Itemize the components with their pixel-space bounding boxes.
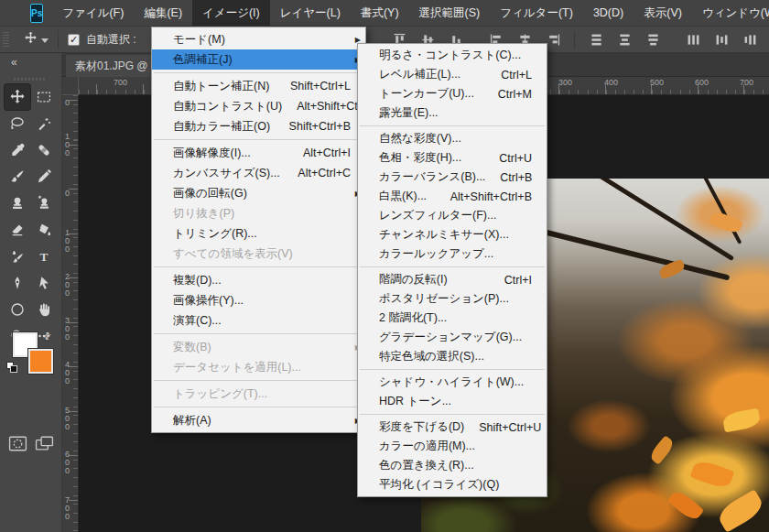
tool-pen[interactable] bbox=[5, 270, 30, 296]
menu-separator bbox=[360, 369, 545, 370]
menu-item[interactable]: 画像の回転(G)▶ bbox=[152, 183, 365, 203]
tool-brush[interactable] bbox=[5, 164, 30, 190]
branch-shape bbox=[525, 179, 734, 262]
menu-item[interactable]: モード(M)▶ bbox=[152, 29, 365, 49]
tool-eyedropper[interactable] bbox=[5, 137, 30, 163]
distribute-right-icon[interactable] bbox=[740, 31, 760, 49]
tool-paint-bucket[interactable] bbox=[31, 217, 57, 243]
menu-item[interactable]: 特定色域の選択(S)... bbox=[358, 347, 547, 366]
image-menu: モード(M)▶色調補正(J)▶自動トーン補正(N)Shift+Ctrl+L自動コ… bbox=[151, 27, 366, 433]
menu-item[interactable]: 明るさ・コントラスト(C)... bbox=[358, 46, 547, 65]
menu-item[interactable]: 色調補正(J)▶ bbox=[152, 49, 365, 70]
menu-item[interactable]: シャドウ・ハイライト(W)... bbox=[358, 373, 547, 392]
menu-item[interactable]: 白黒(K)...Alt+Shift+Ctrl+B bbox=[358, 187, 547, 206]
chevron-down-icon[interactable] bbox=[41, 38, 49, 43]
menu-item[interactable]: トリミング(R)... bbox=[152, 223, 365, 244]
menu-item[interactable]: 画像解像度(I)...Alt+Ctrl+I bbox=[152, 143, 365, 163]
menu-item[interactable]: 画像操作(Y)... bbox=[152, 290, 365, 310]
menu-item[interactable]: 階調の反転(I)Ctrl+I bbox=[358, 270, 547, 289]
tool-pencil[interactable] bbox=[31, 164, 57, 190]
distribute-top-icon[interactable] bbox=[586, 31, 606, 49]
menu-item[interactable]: 色相・彩度(H)...Ctrl+U bbox=[358, 148, 547, 168]
ruler-number: 3 0 0 bbox=[65, 317, 70, 342]
panel-collapse-icon[interactable]: « bbox=[11, 56, 16, 69]
menu-item[interactable]: 露光量(E)... bbox=[358, 103, 547, 123]
paint-bucket-icon bbox=[36, 222, 52, 238]
menu-item[interactable]: 彩度を下げる(D)Shift+Ctrl+U bbox=[358, 418, 547, 437]
menu-item[interactable]: レンズフィルター(F)... bbox=[358, 206, 547, 225]
menu-item[interactable]: 自動カラー補正(O)Shift+Ctrl+B bbox=[152, 116, 365, 136]
menu-item[interactable]: カラールックアップ... bbox=[358, 244, 547, 264]
menu-item[interactable]: 平均化 (イコライズ)(Q) bbox=[358, 475, 547, 494]
menubar-item[interactable]: 選択範囲(S) bbox=[409, 0, 491, 26]
menu-item[interactable]: 自動コントラスト(U)Alt+Shift+Ctrl+L bbox=[152, 96, 365, 116]
menubar-item[interactable]: 表示(V) bbox=[634, 0, 692, 26]
menu-bar-items: ファイル(F)編集(E)イメージ(I)レイヤー(L)書式(Y)選択範囲(S)フィ… bbox=[52, 0, 769, 26]
separator bbox=[574, 31, 575, 49]
menu-item[interactable]: グラデーションマップ(G)... bbox=[358, 328, 547, 347]
panel-grip-icon[interactable] bbox=[3, 32, 9, 47]
tool-lasso[interactable] bbox=[5, 111, 30, 136]
vertical-ruler[interactable]: 01 0 001 0 02 0 03 0 04 0 05 0 06 0 07 0… bbox=[62, 95, 79, 532]
auto-select-checkbox[interactable]: ✓ bbox=[68, 34, 80, 46]
distribute-middle-icon[interactable] bbox=[614, 31, 634, 49]
menu-item[interactable]: ポスタリゼーション(P)... bbox=[358, 289, 547, 309]
menubar-item[interactable]: ファイル(F) bbox=[52, 0, 134, 26]
menu-item[interactable]: カラーの適用(M)... bbox=[358, 437, 547, 456]
tool-ellipse[interactable] bbox=[5, 297, 30, 322]
menu-item[interactable]: 2 階調化(T)... bbox=[358, 309, 547, 328]
tools-grid: T bbox=[4, 83, 57, 349]
menubar-item[interactable]: レイヤー(L) bbox=[270, 0, 351, 26]
distribute-left-icon[interactable] bbox=[683, 31, 703, 49]
quick-mask-icon[interactable] bbox=[8, 436, 27, 455]
distribute-center-icon[interactable] bbox=[711, 31, 731, 49]
eyedropper-icon bbox=[9, 142, 26, 158]
tool-move[interactable] bbox=[5, 84, 30, 110]
ruler-number: 6 0 0 bbox=[65, 451, 70, 475]
tool-pattern-stamp[interactable] bbox=[31, 190, 57, 216]
menu-item[interactable]: カラーバランス(B)...Ctrl+B bbox=[358, 168, 547, 187]
menu-item[interactable]: HDR トーン... bbox=[358, 392, 547, 411]
menu-item[interactable]: カンバスサイズ(S)...Alt+Ctrl+C bbox=[152, 163, 365, 183]
menubar-item[interactable]: 編集(E) bbox=[134, 0, 192, 26]
ruler-number: 700 bbox=[740, 78, 753, 87]
menu-item[interactable]: 解析(A)▶ bbox=[152, 410, 365, 430]
menu-item[interactable]: トーンカーブ(U)...Ctrl+M bbox=[358, 84, 547, 103]
menu-item[interactable]: 自然な彩度(V)... bbox=[358, 129, 547, 148]
distribute-bottom-icon[interactable] bbox=[643, 31, 663, 49]
menubar-item[interactable]: イメージ(I) bbox=[192, 0, 270, 26]
leaf-shape bbox=[690, 458, 735, 491]
menu-item[interactable]: チャンネルミキサー(X)... bbox=[358, 225, 547, 244]
menubar-item[interactable]: 書式(Y) bbox=[351, 0, 409, 26]
menubar-item[interactable]: 3D(D) bbox=[583, 0, 634, 26]
menu-item[interactable]: 複製(D)... bbox=[152, 270, 365, 290]
tool-type[interactable]: T bbox=[31, 244, 57, 269]
tool-healing-brush[interactable] bbox=[31, 137, 57, 163]
ellipse-icon bbox=[9, 301, 26, 318]
menubar-item[interactable]: ウィンドウ(W) bbox=[692, 0, 769, 26]
tool-rect-marquee[interactable] bbox=[31, 84, 57, 110]
menu-item[interactable]: 色の置き換え(R)... bbox=[358, 456, 547, 475]
screen-mode-icon[interactable] bbox=[35, 436, 54, 455]
ruler-number: 600 bbox=[695, 78, 709, 87]
ruler-number: 1 0 0 bbox=[65, 229, 70, 254]
menubar-item[interactable]: フィルター(T) bbox=[490, 0, 583, 26]
menu-item[interactable]: 演算(C)... bbox=[152, 310, 365, 331]
brush-icon bbox=[9, 168, 26, 185]
menu-item[interactable]: レベル補正(L)...Ctrl+L bbox=[358, 65, 547, 84]
swap-colors-icon[interactable]: ⇄ bbox=[40, 330, 53, 342]
tool-mixer-brush[interactable] bbox=[5, 244, 30, 269]
path-select-icon bbox=[36, 275, 52, 291]
pattern-stamp-icon bbox=[36, 195, 52, 212]
type-icon: T bbox=[36, 248, 52, 265]
background-color-swatch[interactable] bbox=[28, 349, 53, 374]
tool-eraser[interactable] bbox=[5, 217, 30, 243]
default-colors-icon[interactable] bbox=[6, 362, 18, 374]
tool-clone-stamp[interactable] bbox=[5, 190, 30, 216]
tool-hand[interactable] bbox=[31, 297, 57, 322]
menu-item[interactable]: 自動トーン補正(N)Shift+Ctrl+L bbox=[152, 76, 365, 96]
tool-magic-wand[interactable] bbox=[31, 111, 57, 136]
tool-path-select[interactable] bbox=[31, 270, 57, 296]
photoshop-logo-icon: Ps bbox=[30, 4, 43, 23]
clone-stamp-icon bbox=[9, 195, 26, 212]
